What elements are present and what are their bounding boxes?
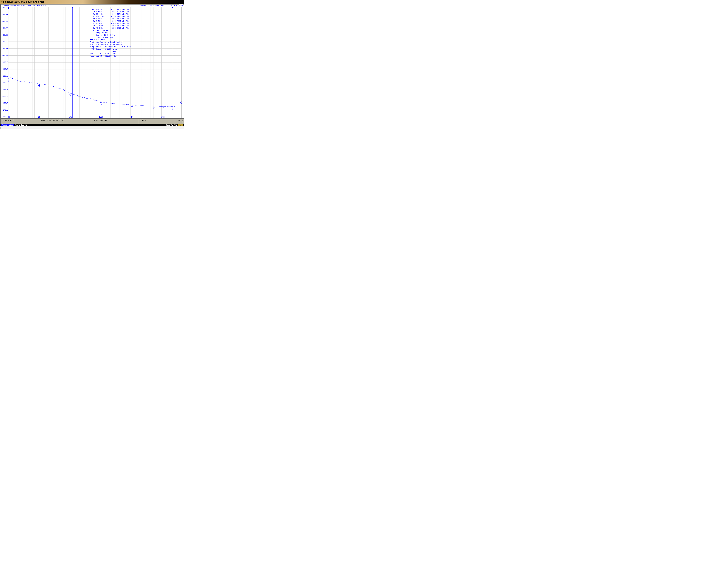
svg-text:1M: 1M [131, 116, 133, 118]
resize-label[interactable]: Resize [178, 3, 183, 6]
svg-text:1: 1 [8, 80, 9, 82]
bottom-spacer [0, 127, 184, 129]
freq-band-status: Freq Band [99M-1.5GHz] [40, 119, 92, 124]
svg-text:1k: 1k [38, 116, 40, 118]
svg-text:10k: 10k [69, 116, 72, 118]
start-freq-label: Start 100 Hz [15, 124, 27, 126]
lo-opt-status: LO Opt [>150kHz] [92, 119, 139, 124]
main-panel: Phase Noise 10.00dB/ Ref -20.00dBc/Hz Ca… [0, 4, 184, 119]
status-bar: IF Gain 40dB Freq Band [99M-1.5GHz] LO O… [0, 119, 184, 124]
y-axis-labels: -20.00-30.00-40.00-50.00-60.00-70.00-80.… [1, 7, 8, 118]
svg-text:4: 4 [101, 104, 102, 106]
svg-text:6: 6 [153, 108, 154, 110]
measurement-bar: Phase Noise Start 100 Hz Stop 40 MHz 4/4 [0, 124, 184, 127]
plot-header: Phase Noise 10.00dB/ Ref -20.00dBc/Hz Ca… [1, 4, 184, 7]
svg-text:8: 8 [172, 108, 173, 110]
svg-text:5: 5 [131, 107, 132, 109]
mode-label[interactable]: Phase Noise [1, 124, 14, 126]
svg-text:10M: 10M [161, 116, 164, 118]
stop-freq-label: Stop 40 MHz [166, 124, 177, 126]
svg-text:3: 3 [70, 95, 71, 97]
trace-label: Phase Noise 10.00dB/ Ref -20.00dBc/Hz [4, 5, 46, 7]
carrier-label: Carrier 156.249978 MHz [140, 5, 165, 7]
plot-area[interactable]: -20.00-30.00-40.00-50.00-60.00-70.00-80.… [8, 7, 183, 118]
correction-status: Corre 16 [174, 119, 184, 124]
svg-text:9: 9 [181, 103, 182, 105]
active-trace-icon [2, 5, 3, 7]
svg-text:100: 100 [8, 116, 10, 118]
svg-text:100k: 100k [99, 116, 103, 118]
points-status: 724pts [139, 119, 174, 124]
window-titlebar: Agilent E5052B Signal Source Analyzer Re… [0, 0, 184, 4]
app-title: Agilent E5052B Signal Source Analyzer [1, 1, 44, 3]
if-gain-status: IF Gain 40dB [1, 119, 40, 124]
phase-noise-chart[interactable]: 1001k10k100k1M10M123456789 [8, 7, 182, 118]
page-indicator[interactable]: 4/4 [178, 124, 183, 126]
svg-text:2: 2 [39, 86, 40, 88]
svg-text:7: 7 [162, 108, 163, 110]
